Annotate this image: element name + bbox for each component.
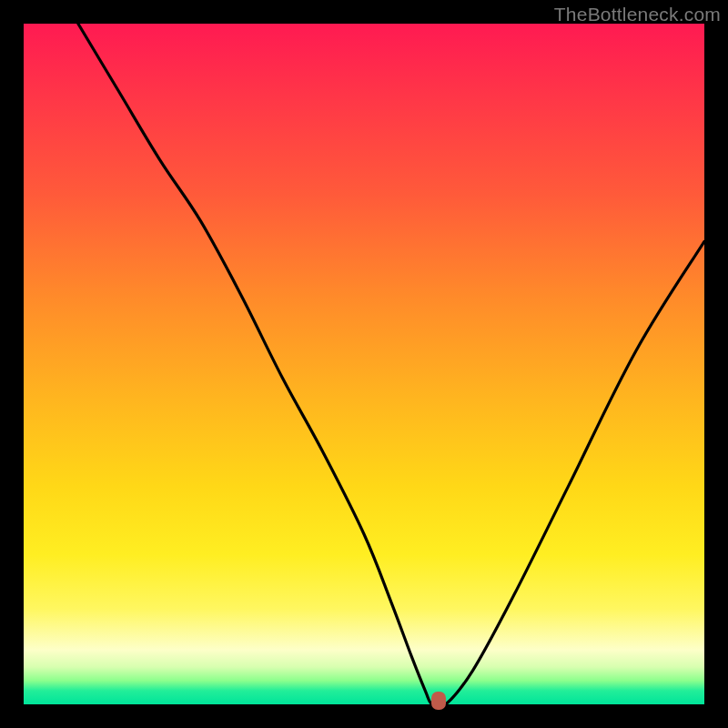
chart-plot-area — [24, 24, 704, 704]
watermark-text: TheBottleneck.com — [554, 4, 721, 25]
chart-frame: TheBottleneck.com — [0, 0, 728, 728]
optimum-marker — [431, 692, 446, 710]
bottleneck-curve — [24, 24, 704, 704]
